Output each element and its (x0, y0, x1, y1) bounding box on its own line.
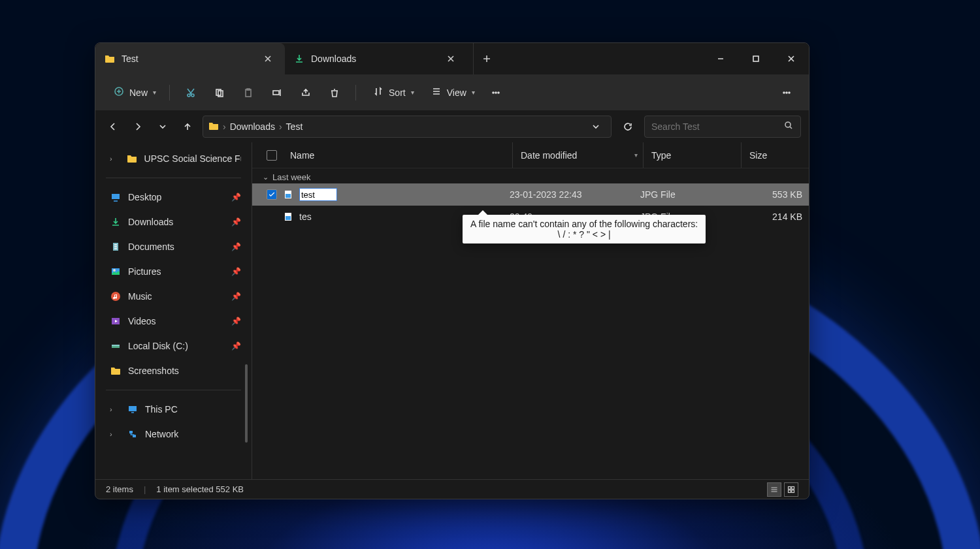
svg-rect-32 (792, 486, 794, 489)
back-button[interactable] (103, 117, 123, 136)
pin-icon: 📌 (231, 217, 241, 227)
search-icon (783, 120, 794, 133)
sidebar-item-this-pc[interactable]: › This PC (95, 397, 252, 422)
sort-indicator-icon: ▾ (634, 151, 638, 159)
jpg-file-icon (282, 211, 294, 223)
cut-button[interactable] (179, 81, 203, 104)
paste-button[interactable] (237, 81, 260, 104)
pictures-icon (110, 266, 122, 277)
sidebar-item-screenshots[interactable]: Screenshots (95, 358, 252, 383)
recent-button[interactable] (153, 117, 172, 136)
sidebar-item-label: Downloads (128, 217, 173, 227)
thumbnails-view-button[interactable] (784, 482, 798, 497)
svg-point-13 (786, 92, 787, 93)
svg-rect-28 (286, 194, 291, 198)
copy-button[interactable] (208, 81, 231, 104)
new-button[interactable]: New ▾ (106, 81, 160, 104)
svg-rect-33 (789, 490, 791, 492)
file-row[interactable]: 23-01-2023 22:43 JPG File 553 KB (252, 183, 809, 206)
filename-error-tooltip: A file name can't contain any of the fol… (463, 215, 706, 243)
file-size: 214 KB (730, 212, 802, 222)
sidebar-item-label: Screenshots (128, 366, 179, 376)
tab-label: Downloads (311, 54, 356, 64)
folder-icon (105, 54, 115, 64)
close-tab-icon[interactable] (260, 51, 276, 67)
chevron-right-icon: › (110, 405, 120, 413)
chevron-right-icon: › (110, 155, 120, 163)
scrollbar[interactable] (245, 364, 248, 443)
close-tab-icon[interactable] (443, 51, 459, 67)
breadcrumb-downloads[interactable]: Downloads (230, 121, 275, 132)
folder-icon (208, 121, 219, 133)
tab-downloads[interactable]: Downloads (285, 43, 468, 74)
file-size: 553 KB (730, 189, 802, 200)
svg-rect-16 (112, 194, 120, 199)
sidebar-item-videos[interactable]: Videos 📌 (95, 309, 252, 334)
share-button[interactable] (294, 81, 318, 104)
more-button[interactable] (484, 81, 508, 104)
svg-rect-23 (112, 345, 120, 346)
minimize-button[interactable] (703, 43, 738, 74)
maximize-button[interactable] (738, 43, 774, 74)
sidebar-item-label: Documents (128, 242, 174, 252)
rename-button[interactable] (265, 81, 289, 104)
sidebar-item-local-disk[interactable]: Local Disk (C:) 📌 (95, 334, 252, 358)
column-size[interactable]: Size (741, 142, 809, 168)
file-name-editing (299, 188, 502, 201)
sidebar-item-music[interactable]: Music 📌 (95, 284, 252, 309)
sidebar-item-desktop[interactable]: Desktop 📌 (95, 185, 252, 210)
document-icon (110, 241, 122, 253)
sidebar-item-pictures[interactable]: Pictures 📌 (95, 259, 252, 284)
svg-point-19 (114, 270, 115, 271)
jpg-file-icon (282, 189, 294, 200)
address-bar: › Downloads › Test (95, 111, 809, 142)
separator (355, 85, 356, 101)
sort-button[interactable]: Sort ▾ (365, 81, 418, 104)
forward-button[interactable] (128, 117, 148, 136)
breadcrumb[interactable]: › Downloads › Test (203, 116, 612, 138)
chevron-down-icon: ⌄ (263, 173, 269, 181)
delete-button[interactable] (323, 81, 346, 104)
network-icon (127, 428, 139, 440)
search-field[interactable] (651, 121, 783, 132)
svg-rect-34 (792, 490, 794, 492)
chevron-down-icon[interactable] (586, 121, 606, 132)
details-view-button[interactable] (767, 482, 781, 497)
search-input[interactable] (644, 116, 801, 138)
svg-point-3 (191, 94, 194, 97)
selection-status: 1 item selected 552 KB (156, 484, 244, 494)
sidebar-item-downloads[interactable]: Downloads 📌 (95, 210, 252, 234)
close-window-button[interactable] (774, 43, 809, 74)
sidebar-item-upsc[interactable]: › UPSC Social Science Fu (95, 146, 252, 171)
sidebar-item-network[interactable]: › Network (95, 422, 252, 447)
row-checkbox[interactable] (267, 189, 277, 200)
rename-input[interactable] (299, 188, 337, 201)
sidebar-item-label: UPSC Social Science Fu (144, 153, 241, 164)
sidebar-item-documents[interactable]: Documents 📌 (95, 234, 252, 259)
column-date[interactable]: Date modified▾ (512, 142, 643, 168)
overflow-button[interactable] (775, 81, 798, 104)
chevron-down-icon: ▾ (472, 89, 475, 96)
desktop-icon (110, 191, 122, 203)
breadcrumb-test[interactable]: Test (286, 121, 303, 132)
sort-icon (373, 86, 384, 99)
select-all-checkbox[interactable] (267, 150, 277, 161)
pin-icon: 📌 (231, 292, 241, 301)
folder-icon (110, 365, 122, 377)
group-header[interactable]: ⌄ Last week (252, 168, 809, 183)
disk-icon (110, 340, 122, 352)
explorer-body: › UPSC Social Science Fu Desktop 📌 Downl… (95, 142, 809, 479)
up-button[interactable] (178, 117, 197, 136)
toolbar: New ▾ Sort ▾ View ▾ (95, 74, 809, 111)
column-name[interactable]: Name (290, 150, 512, 161)
tab-test[interactable]: Test (95, 43, 285, 74)
sidebar-item-label: Videos (128, 316, 156, 326)
view-button[interactable]: View ▾ (423, 81, 479, 104)
view-mode-switcher (767, 482, 798, 497)
svg-rect-24 (129, 406, 137, 411)
refresh-button[interactable] (617, 116, 639, 138)
breadcrumb-sep: › (279, 121, 282, 132)
column-type[interactable]: Type (643, 142, 741, 168)
new-tab-button[interactable] (473, 43, 499, 74)
item-count: 2 items (106, 484, 133, 494)
